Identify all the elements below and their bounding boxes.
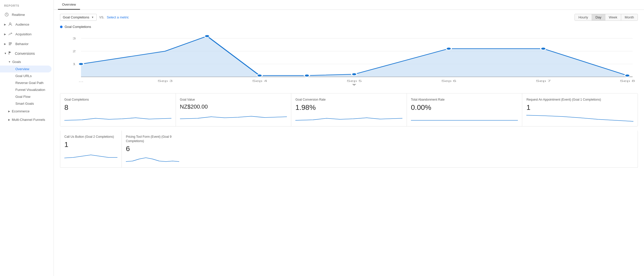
sidebar-item-reverse-goal-path[interactable]: Reverse Goal Path xyxy=(0,79,54,86)
dropdown-arrow-icon: ▼ xyxy=(91,16,94,19)
sidebar-item-ecommerce[interactable]: ▶ Ecommerce xyxy=(0,107,54,115)
card-title-pricing-tool: Pricing Tool Form (Event) (Goal 9 Comple… xyxy=(126,135,179,143)
goal-flow-label: Goal Flow xyxy=(15,95,31,99)
card-value-goal-value: NZ$200.00 xyxy=(180,103,287,110)
sidebar-item-multi-channel[interactable]: ▶ Multi-Channel Funnels xyxy=(0,115,54,124)
metric-card-conversion-rate: Goal Conversion Rate 1.98% xyxy=(291,93,407,126)
svg-marker-12 xyxy=(81,36,627,77)
sidebar-item-funnel-visualization[interactable]: Funnel Visualization xyxy=(0,86,54,93)
smart-goals-label: Smart Goals xyxy=(15,102,34,105)
time-btn-day[interactable]: Day xyxy=(592,14,605,20)
metric-cards-row-1: Goal Completions 8 Goal Value NZ$200.00 … xyxy=(60,93,638,126)
metric-selector-row: Goal Completions ▼ VS. Select a metric H… xyxy=(60,14,638,21)
behavior-label: Behavior xyxy=(15,42,28,46)
svg-point-14 xyxy=(205,35,210,37)
svg-point-17 xyxy=(351,73,357,76)
flag-icon xyxy=(8,51,12,56)
metric-card-goal-value: Goal Value NZ$200.00 xyxy=(176,93,291,126)
svg-rect-2 xyxy=(9,43,12,43)
card-value-abandonment-rate: 0.00% xyxy=(411,103,518,112)
goal-urls-label: Goal URLs xyxy=(15,74,32,78)
time-btn-week[interactable]: Week xyxy=(605,14,621,20)
sidebar-item-audience[interactable]: ▶ Audience xyxy=(0,19,54,29)
chevron-right-icon-ecom: ▶ xyxy=(8,110,10,113)
sidebar-item-realtime[interactable]: Realtime xyxy=(0,10,54,19)
svg-point-20 xyxy=(625,74,630,77)
svg-point-13 xyxy=(78,63,84,65)
acquisition-label: Acquisition xyxy=(15,32,32,36)
metric-dropdown[interactable]: Goal Completions ▼ xyxy=(60,14,97,21)
sidebar-item-goal-urls[interactable]: Goal URLs xyxy=(0,72,54,79)
sparkline-call-us xyxy=(64,150,117,160)
card-value-pricing-tool: 6 xyxy=(126,145,179,153)
card-title-call-us: Call Us Button (Goal 2 Completions) xyxy=(64,135,117,139)
svg-text:Sep 5: Sep 5 xyxy=(347,79,362,82)
select-metric-link[interactable]: Select a metric xyxy=(107,15,129,19)
svg-text:3: 3 xyxy=(73,37,76,40)
metric-selected-label: Goal Completions xyxy=(63,15,89,19)
card-value-goal-completions: 8 xyxy=(64,103,172,112)
conversions-label: Conversions xyxy=(15,51,35,56)
tab-bar: Overview xyxy=(54,0,644,10)
sparkline-abandonment-rate xyxy=(411,113,518,123)
metric-card-pricing-tool: Pricing Tool Form (Event) (Goal 9 Comple… xyxy=(122,131,183,168)
sidebar-item-goals[interactable]: ▼ Goals xyxy=(0,58,54,66)
chevron-right-icon-acq: ▶ xyxy=(4,33,6,36)
realtime-label: Realtime xyxy=(12,13,25,17)
chart-legend-label: Goal Completions xyxy=(65,25,91,29)
svg-text:Sep 4: Sep 4 xyxy=(252,79,267,82)
metric-card-request-appointment: Request An Appointment (Event) (Goal 1 C… xyxy=(522,93,638,126)
chevron-right-icon-mc: ▶ xyxy=(8,118,10,121)
metric-card-goal-completions: Goal Completions 8 xyxy=(60,93,176,126)
svg-text:Sep 8: Sep 8 xyxy=(620,79,635,82)
chevron-down-icon-conv: ▼ xyxy=(4,52,7,55)
svg-text:Sep 3: Sep 3 xyxy=(157,79,173,82)
svg-point-18 xyxy=(446,47,451,50)
sparkline-goal-value xyxy=(180,111,287,121)
ecommerce-label: Ecommerce xyxy=(12,109,29,113)
sidebar-item-behavior[interactable]: ▶ Behavior xyxy=(0,39,54,49)
sparkline-conversion-rate xyxy=(295,113,402,123)
reverse-goal-path-label: Reverse Goal Path xyxy=(15,81,44,85)
svg-text:1: 1 xyxy=(73,62,76,66)
svg-text:...: ... xyxy=(79,79,84,82)
chevron-right-icon: ▶ xyxy=(4,23,6,26)
time-btn-hourly[interactable]: Hourly xyxy=(575,14,592,20)
svg-point-19 xyxy=(541,47,546,50)
svg-point-1 xyxy=(9,23,11,24)
funnel-visualization-label: Funnel Visualization xyxy=(15,88,45,92)
card-title-goal-value: Goal Value xyxy=(180,98,287,102)
time-buttons: Hourly Day Week Month xyxy=(575,14,638,21)
tab-overview[interactable]: Overview xyxy=(58,0,80,10)
sidebar-item-conversions[interactable]: ▼ Conversions xyxy=(0,49,54,58)
time-btn-month[interactable]: Month xyxy=(621,14,638,20)
sidebar: REPORTS Realtime ▶ Audience ▶ Acquisitio… xyxy=(0,0,54,276)
sidebar-item-overview[interactable]: Overview xyxy=(0,66,52,72)
chart-svg: 3 2 1 xyxy=(60,31,638,87)
legend-dot xyxy=(60,26,63,28)
sidebar-item-smart-goals[interactable]: Smart Goals xyxy=(0,100,54,107)
sidebar-item-goal-flow[interactable]: Goal Flow xyxy=(0,93,54,100)
card-title-conversion-rate: Goal Conversion Rate xyxy=(295,98,402,102)
content-area: Goal Completions ▼ VS. Select a metric H… xyxy=(54,10,644,176)
sparkline-request-appointment xyxy=(526,113,633,123)
card-value-call-us: 1 xyxy=(64,141,117,149)
card-value-request-appointment: 1 xyxy=(526,103,633,112)
card-title-goal-completions: Goal Completions xyxy=(64,98,172,102)
svg-point-16 xyxy=(304,74,309,77)
audience-label: Audience xyxy=(15,23,29,26)
person-icon xyxy=(8,22,13,27)
svg-text:Sep 7: Sep 7 xyxy=(536,79,551,82)
metric-cards-row-2: Call Us Button (Goal 2 Completions) 1 Pr… xyxy=(60,131,638,168)
reports-label: REPORTS xyxy=(0,4,54,10)
card-title-abandonment-rate: Total Abandonment Rate xyxy=(411,98,518,102)
svg-text:Sep 6: Sep 6 xyxy=(441,79,456,82)
svg-text:2: 2 xyxy=(73,50,76,53)
sidebar-item-acquisition[interactable]: ▶ Acquisition xyxy=(0,29,54,39)
svg-rect-3 xyxy=(9,44,12,44)
card-value-conversion-rate: 1.98% xyxy=(295,103,402,112)
vs-label: VS. xyxy=(99,16,104,19)
behavior-icon xyxy=(8,41,13,46)
sparkline-pricing-tool xyxy=(126,154,179,164)
main-content: Overview Goal Completions ▼ VS. Select a… xyxy=(54,0,644,276)
